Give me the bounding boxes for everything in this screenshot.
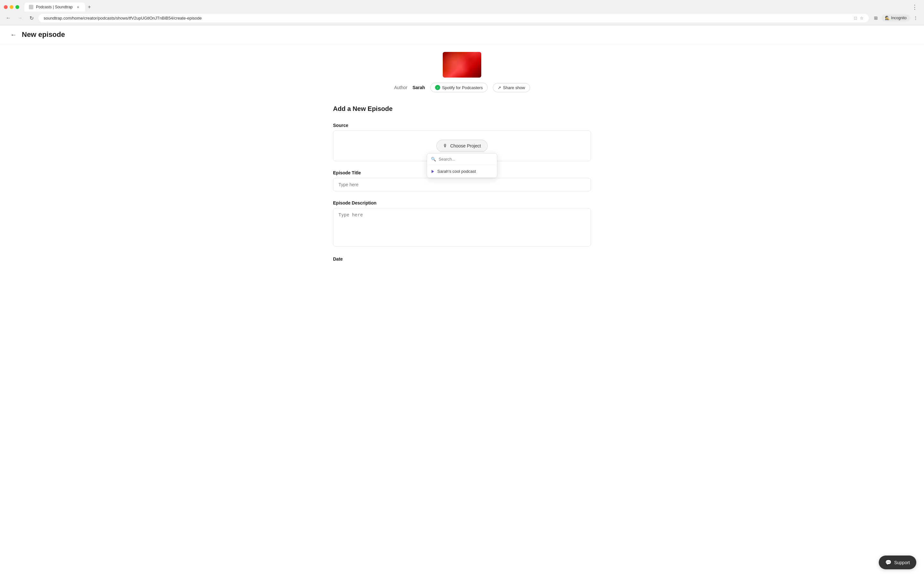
episode-title-input[interactable] xyxy=(333,178,591,191)
choose-project-button[interactable]: 🎙 Choose Project xyxy=(436,140,488,152)
page-content: ← New episode Author Sarah ♪ Spotify for… xyxy=(0,25,924,286)
tab-title: Podcasts | Soundtrap xyxy=(36,5,73,9)
forward-nav-button[interactable]: → xyxy=(15,13,24,23)
dropdown-container: 🎙 Choose Project 🔍 xyxy=(436,140,488,152)
source-box: 🎙 Choose Project 🔍 xyxy=(333,131,591,161)
title-bar: Podcasts | Soundtrap ✕ + ⋮ xyxy=(0,0,924,11)
date-label: Date xyxy=(333,256,591,261)
project-list-item[interactable]: Sarah's cool podcast xyxy=(427,165,497,177)
podcast-info-section: Author Sarah ♪ Spotify for Podcasters ↗ … xyxy=(0,44,924,100)
extensions-button[interactable]: ⊞ xyxy=(871,13,880,23)
episode-description-textarea[interactable] xyxy=(333,208,591,247)
play-icon xyxy=(431,170,434,173)
page-scroll[interactable]: ← New episode Author Sarah ♪ Spotify for… xyxy=(0,25,924,574)
form-section: Add a New Episode Source 🎙 Choose Projec… xyxy=(318,100,606,286)
back-nav-button[interactable]: ← xyxy=(4,13,13,23)
address-icons: ⊡ ☆ xyxy=(854,16,864,21)
project-dropdown-menu: 🔍 Sarah's cool podcast xyxy=(427,153,497,178)
address-field[interactable]: soundtrap.com/home/creator/podcasts/show… xyxy=(39,14,869,23)
cast-icon: ⊡ xyxy=(854,16,857,21)
share-btn-label: Share show xyxy=(503,85,525,90)
browser-actions: ⊞ 🕵 Incognito ⋮ xyxy=(871,13,920,23)
page-header: ← New episode xyxy=(0,25,924,44)
tab-bar: Podcasts | Soundtrap ✕ + xyxy=(24,3,909,11)
active-tab[interactable]: Podcasts | Soundtrap ✕ xyxy=(24,3,85,11)
browser-chrome: Podcasts | Soundtrap ✕ + ⋮ ← → ↻ soundtr… xyxy=(0,0,924,25)
browser-menu-button[interactable]: ⋮ xyxy=(911,13,920,23)
bookmark-icon[interactable]: ☆ xyxy=(860,16,864,21)
search-icon: 🔍 xyxy=(431,157,436,161)
source-form-group: Source 🎙 Choose Project 🔍 xyxy=(333,123,591,161)
choose-project-label: Choose Project xyxy=(450,143,481,148)
episode-description-form-group: Episode Description xyxy=(333,200,591,247)
spotify-btn-label: Spotify for Podcasters xyxy=(442,85,483,90)
incognito-label: Incognito xyxy=(891,16,907,20)
traffic-lights xyxy=(4,5,19,9)
incognito-icon: 🕵 xyxy=(885,16,890,20)
share-icon: ↗ xyxy=(498,85,501,90)
dropdown-search: 🔍 xyxy=(427,153,497,165)
mic-icon: 🎙 xyxy=(443,143,447,148)
form-heading: Add a New Episode xyxy=(333,105,591,113)
address-bar-row: ← → ↻ soundtrap.com/home/creator/podcast… xyxy=(0,11,924,25)
close-window-button[interactable] xyxy=(4,5,8,9)
tab-close-button[interactable]: ✕ xyxy=(75,5,81,10)
support-icon: 💬 xyxy=(885,559,892,566)
source-label: Source xyxy=(333,123,591,128)
support-label: Support xyxy=(894,560,910,565)
incognito-indicator: 🕵 Incognito xyxy=(882,15,910,21)
minimize-window-button[interactable] xyxy=(10,5,13,9)
podcast-cover-image xyxy=(443,52,481,77)
project-search-input[interactable] xyxy=(439,157,493,161)
reload-button[interactable]: ↻ xyxy=(27,13,36,23)
maximize-window-button[interactable] xyxy=(15,5,19,9)
date-form-group: Date xyxy=(333,256,591,261)
share-show-button[interactable]: ↗ Share show xyxy=(493,83,530,92)
project-item-label: Sarah's cool podcast xyxy=(437,169,476,174)
episode-description-label: Episode Description xyxy=(333,200,591,205)
support-button[interactable]: 💬 Support xyxy=(879,556,916,569)
spotify-for-podcasters-button[interactable]: ♪ Spotify for Podcasters xyxy=(430,83,488,92)
author-name: Sarah xyxy=(413,85,425,90)
new-tab-button[interactable]: + xyxy=(85,3,94,11)
page-title: New episode xyxy=(22,31,65,39)
tab-favicon xyxy=(29,5,33,9)
back-button[interactable]: ← xyxy=(10,31,17,39)
spotify-icon: ♪ xyxy=(435,85,440,90)
author-label: Author xyxy=(394,85,407,90)
url-text: soundtrap.com/home/creator/podcasts/show… xyxy=(44,16,854,21)
podcast-meta: Author Sarah ♪ Spotify for Podcasters ↗ … xyxy=(394,83,530,92)
browser-more-button[interactable]: ⋮ xyxy=(912,3,920,11)
